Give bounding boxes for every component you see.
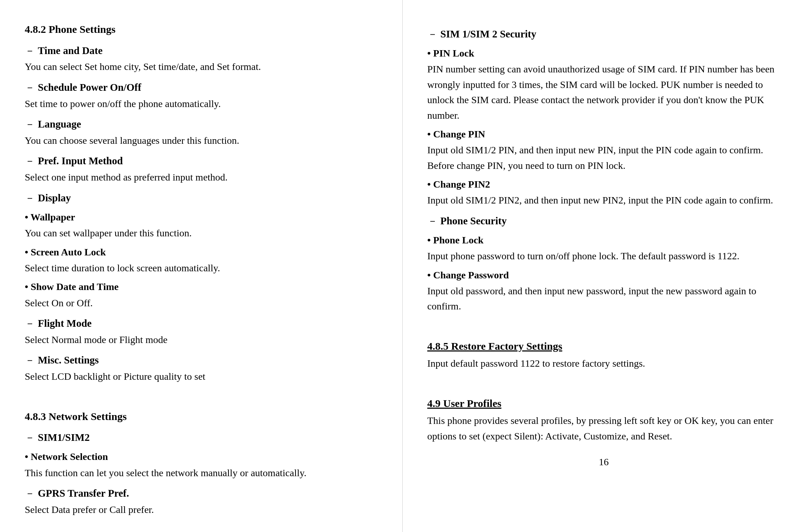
time-date-heading: － Time and Date (25, 43, 378, 59)
right-column: － SIM 1/SIM 2 Security • PIN Lock PIN nu… (403, 0, 805, 532)
dash-icon: － (25, 79, 35, 95)
dash-icon: － (25, 190, 35, 206)
dash-icon: － (25, 430, 35, 445)
phone-lock-desc: Input phone password to turn on/off phon… (427, 248, 781, 264)
change-pin2-bullet: • Change PIN2 (427, 177, 781, 192)
dash-icon: － (25, 485, 35, 501)
misc-settings-desc: Select LCD backlight or Picture quality … (25, 369, 378, 384)
change-password-bullet: • Change Password (427, 267, 781, 283)
screen-auto-lock-desc: Select time duration to lock screen auto… (25, 260, 378, 276)
dash-icon: － (25, 315, 35, 331)
user-profiles-desc: This phone provides several profiles, by… (427, 413, 781, 444)
page-container: 4.8.2 Phone Settings － Time and Date You… (0, 0, 805, 532)
right-page-number: 16 (427, 454, 781, 469)
display-heading: － Display (25, 190, 378, 206)
show-date-time-bullet: • Show Date and Time (25, 279, 378, 294)
show-date-time-desc: Select On or Off. (25, 295, 378, 311)
user-profiles-heading: 4.9 User Profiles (427, 395, 781, 412)
restore-factory-heading: 4.8.5 Restore Factory Settings (427, 338, 781, 355)
misc-settings-heading: － Misc. Settings (25, 352, 378, 368)
network-selection-desc: This function can let you select the net… (25, 465, 378, 480)
pref-input-desc: Select one input method as preferred inp… (25, 170, 378, 185)
wallpaper-desc: You can set wallpaper under this functio… (25, 225, 378, 241)
gprs-heading: － GPRS Transfer Pref. (25, 485, 378, 501)
dash-icon: － (25, 43, 35, 59)
network-settings-heading: 4.8.3 Network Settings (25, 408, 378, 425)
schedule-power-desc: Set time to power on/off the phone autom… (25, 96, 378, 111)
screen-auto-lock-bullet: • Screen Auto Lock (25, 244, 378, 260)
dash-icon: － (25, 153, 35, 169)
flight-mode-heading: － Flight Mode (25, 315, 378, 331)
restore-factory-desc: Input default password 1122 to restore f… (427, 356, 781, 371)
dash-icon: － (427, 213, 438, 229)
pref-input-heading: － Pref. Input Method (25, 153, 378, 169)
sim12-heading: － SIM1/SIM2 (25, 430, 378, 445)
dash-icon: － (427, 26, 438, 42)
main-heading: 4.8.2 Phone Settings (25, 21, 378, 38)
change-password-desc: Input old password, and then input new p… (427, 283, 781, 314)
language-desc: You can choose several languages under t… (25, 133, 378, 148)
time-date-desc: You can select Set home city, Set time/d… (25, 59, 378, 74)
change-pin-desc: Input old SIM1/2 PIN, and then input new… (427, 142, 781, 173)
gprs-desc: Select Data prefer or Call prefer. (25, 502, 378, 517)
schedule-power-heading: － Schedule Power On/Off (25, 79, 378, 95)
language-heading: － Language (25, 116, 378, 132)
dash-icon: － (25, 352, 35, 368)
phone-security-heading: － Phone Security (427, 213, 781, 229)
pin-lock-desc: PIN number setting can avoid unauthorize… (427, 61, 781, 123)
flight-mode-desc: Select Normal mode or Flight mode (25, 332, 378, 347)
network-selection-bullet: • Network Selection (25, 449, 378, 464)
wallpaper-bullet: • Wallpaper (25, 209, 378, 225)
change-pin2-desc: Input old SIM1/2 PIN2, and then input ne… (427, 193, 781, 208)
sim-security-heading: － SIM 1/SIM 2 Security (427, 26, 781, 42)
dash-icon: － (25, 116, 35, 132)
change-pin-bullet: • Change PIN (427, 126, 781, 142)
pin-lock-bullet: • PIN Lock (427, 46, 781, 61)
phone-lock-bullet: • Phone Lock (427, 232, 781, 248)
left-column: 4.8.2 Phone Settings － Time and Date You… (0, 0, 403, 532)
